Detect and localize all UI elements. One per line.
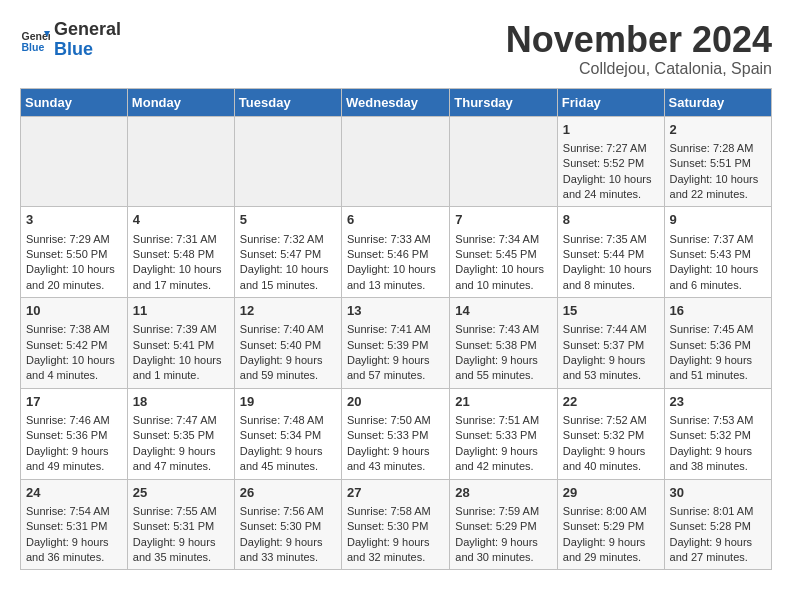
cell-content: Sunrise: 7:45 AM (670, 322, 766, 337)
calendar-table: SundayMondayTuesdayWednesdayThursdayFrid… (20, 88, 772, 571)
week-row-3: 10Sunrise: 7:38 AMSunset: 5:42 PMDayligh… (21, 298, 772, 389)
col-header-sunday: Sunday (21, 88, 128, 116)
day-number: 19 (240, 393, 336, 411)
cell-content: Sunrise: 7:46 AM (26, 413, 122, 428)
calendar-cell: 30Sunrise: 8:01 AMSunset: 5:28 PMDayligh… (664, 479, 771, 570)
day-number: 16 (670, 302, 766, 320)
day-number: 3 (26, 211, 122, 229)
cell-content: Daylight: 10 hours and 4 minutes. (26, 353, 122, 384)
col-header-wednesday: Wednesday (341, 88, 449, 116)
cell-content: Sunrise: 7:35 AM (563, 232, 659, 247)
week-row-5: 24Sunrise: 7:54 AMSunset: 5:31 PMDayligh… (21, 479, 772, 570)
cell-content: Daylight: 9 hours and 27 minutes. (670, 535, 766, 566)
cell-content: Sunset: 5:40 PM (240, 338, 336, 353)
cell-content: Sunrise: 7:38 AM (26, 322, 122, 337)
calendar-cell: 12Sunrise: 7:40 AMSunset: 5:40 PMDayligh… (234, 298, 341, 389)
cell-content: Sunset: 5:32 PM (670, 428, 766, 443)
month-title: November 2024 (506, 20, 772, 60)
cell-content: Sunset: 5:30 PM (240, 519, 336, 534)
day-number: 13 (347, 302, 444, 320)
week-row-2: 3Sunrise: 7:29 AMSunset: 5:50 PMDaylight… (21, 207, 772, 298)
cell-content: Daylight: 10 hours and 10 minutes. (455, 262, 552, 293)
cell-content: Sunset: 5:39 PM (347, 338, 444, 353)
day-number: 4 (133, 211, 229, 229)
cell-content: Sunset: 5:32 PM (563, 428, 659, 443)
cell-content: Daylight: 9 hours and 57 minutes. (347, 353, 444, 384)
calendar-cell: 3Sunrise: 7:29 AMSunset: 5:50 PMDaylight… (21, 207, 128, 298)
cell-content: Sunset: 5:28 PM (670, 519, 766, 534)
cell-content: Sunset: 5:34 PM (240, 428, 336, 443)
cell-content: Sunset: 5:47 PM (240, 247, 336, 262)
cell-content: Sunset: 5:36 PM (670, 338, 766, 353)
cell-content: Sunrise: 8:00 AM (563, 504, 659, 519)
cell-content: Sunrise: 7:27 AM (563, 141, 659, 156)
cell-content: Sunrise: 7:34 AM (455, 232, 552, 247)
cell-content: Daylight: 10 hours and 24 minutes. (563, 172, 659, 203)
cell-content: Sunrise: 7:40 AM (240, 322, 336, 337)
cell-content: Sunrise: 7:29 AM (26, 232, 122, 247)
calendar-cell: 28Sunrise: 7:59 AMSunset: 5:29 PMDayligh… (450, 479, 558, 570)
cell-content: Daylight: 10 hours and 20 minutes. (26, 262, 122, 293)
cell-content: Sunset: 5:52 PM (563, 156, 659, 171)
cell-content: Sunrise: 7:41 AM (347, 322, 444, 337)
cell-content: Daylight: 9 hours and 29 minutes. (563, 535, 659, 566)
day-number: 17 (26, 393, 122, 411)
cell-content: Sunrise: 7:53 AM (670, 413, 766, 428)
calendar-cell: 22Sunrise: 7:52 AMSunset: 5:32 PMDayligh… (557, 388, 664, 479)
calendar-cell: 6Sunrise: 7:33 AMSunset: 5:46 PMDaylight… (341, 207, 449, 298)
cell-content: Sunrise: 7:44 AM (563, 322, 659, 337)
calendar-cell: 10Sunrise: 7:38 AMSunset: 5:42 PMDayligh… (21, 298, 128, 389)
cell-content: Sunrise: 7:39 AM (133, 322, 229, 337)
cell-content: Daylight: 9 hours and 38 minutes. (670, 444, 766, 475)
day-number: 28 (455, 484, 552, 502)
cell-content: Daylight: 10 hours and 1 minute. (133, 353, 229, 384)
cell-content: Sunrise: 8:01 AM (670, 504, 766, 519)
day-number: 2 (670, 121, 766, 139)
cell-content: Daylight: 10 hours and 15 minutes. (240, 262, 336, 293)
cell-content: Daylight: 10 hours and 8 minutes. (563, 262, 659, 293)
cell-content: Sunset: 5:42 PM (26, 338, 122, 353)
cell-content: Daylight: 10 hours and 13 minutes. (347, 262, 444, 293)
calendar-cell: 19Sunrise: 7:48 AMSunset: 5:34 PMDayligh… (234, 388, 341, 479)
calendar-cell: 8Sunrise: 7:35 AMSunset: 5:44 PMDaylight… (557, 207, 664, 298)
cell-content: Daylight: 9 hours and 53 minutes. (563, 353, 659, 384)
cell-content: Sunset: 5:29 PM (563, 519, 659, 534)
cell-content: Daylight: 9 hours and 45 minutes. (240, 444, 336, 475)
day-number: 14 (455, 302, 552, 320)
cell-content: Sunrise: 7:43 AM (455, 322, 552, 337)
day-number: 30 (670, 484, 766, 502)
day-number: 10 (26, 302, 122, 320)
cell-content: Sunset: 5:44 PM (563, 247, 659, 262)
calendar-cell (450, 116, 558, 207)
cell-content: Daylight: 9 hours and 30 minutes. (455, 535, 552, 566)
day-number: 27 (347, 484, 444, 502)
calendar-cell: 25Sunrise: 7:55 AMSunset: 5:31 PMDayligh… (127, 479, 234, 570)
cell-content: Daylight: 9 hours and 32 minutes. (347, 535, 444, 566)
calendar-cell: 20Sunrise: 7:50 AMSunset: 5:33 PMDayligh… (341, 388, 449, 479)
cell-content: Sunrise: 7:51 AM (455, 413, 552, 428)
day-number: 21 (455, 393, 552, 411)
cell-content: Sunset: 5:38 PM (455, 338, 552, 353)
calendar-cell: 27Sunrise: 7:58 AMSunset: 5:30 PMDayligh… (341, 479, 449, 570)
logo-text-general: General (54, 20, 121, 40)
calendar-cell (234, 116, 341, 207)
calendar-cell: 29Sunrise: 8:00 AMSunset: 5:29 PMDayligh… (557, 479, 664, 570)
calendar-cell (127, 116, 234, 207)
calendar-cell: 5Sunrise: 7:32 AMSunset: 5:47 PMDaylight… (234, 207, 341, 298)
cell-content: Daylight: 9 hours and 47 minutes. (133, 444, 229, 475)
cell-content: Sunrise: 7:50 AM (347, 413, 444, 428)
svg-text:Blue: Blue (22, 40, 45, 52)
cell-content: Daylight: 10 hours and 6 minutes. (670, 262, 766, 293)
cell-content: Daylight: 9 hours and 55 minutes. (455, 353, 552, 384)
cell-content: Sunset: 5:33 PM (347, 428, 444, 443)
cell-content: Sunset: 5:46 PM (347, 247, 444, 262)
calendar-cell: 17Sunrise: 7:46 AMSunset: 5:36 PMDayligh… (21, 388, 128, 479)
week-row-1: 1Sunrise: 7:27 AMSunset: 5:52 PMDaylight… (21, 116, 772, 207)
col-header-monday: Monday (127, 88, 234, 116)
day-number: 9 (670, 211, 766, 229)
cell-content: Sunset: 5:35 PM (133, 428, 229, 443)
cell-content: Sunset: 5:50 PM (26, 247, 122, 262)
day-number: 7 (455, 211, 552, 229)
cell-content: Sunrise: 7:31 AM (133, 232, 229, 247)
calendar-cell: 16Sunrise: 7:45 AMSunset: 5:36 PMDayligh… (664, 298, 771, 389)
